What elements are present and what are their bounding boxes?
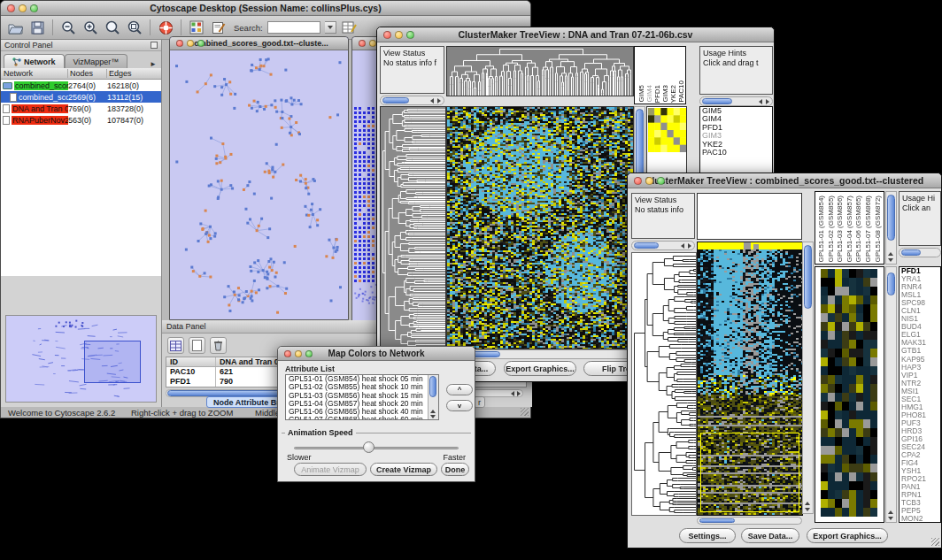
tv2-titlebar[interactable]: ClusterMaker TreeView : combined_scores_… [628,173,941,188]
attribute-item[interactable]: GPL51-07 (GSM868) heat shock 60 min [286,416,438,420]
resize-grip[interactable] [521,408,529,416]
close-button[interactable] [383,31,391,39]
column-network[interactable]: Network [1,69,68,78]
main-titlebar[interactable]: Cytoscape Desktop (Session Name: collins… [1,1,530,16]
tv2-status-scrollbar[interactable] [631,241,695,250]
zoom-button[interactable] [657,177,665,185]
scroll-down-icon[interactable] [430,415,436,418]
zoom-button[interactable] [406,31,414,39]
animate-vizmap-button[interactable]: Animate Vizmap [294,463,367,476]
tv1-usage-scrollbar[interactable] [699,96,773,106]
gene-label[interactable]: MON2 [900,515,940,523]
tv2-selected-heatmap[interactable] [815,267,884,522]
tv1-status-scrollbar[interactable] [380,96,444,105]
scroll-down-icon[interactable] [888,517,893,520]
attribute-browser-icon[interactable] [341,19,359,36]
close-button[interactable] [284,350,291,357]
network-row[interactable]: combined_scores 2764(0) 16218(0) [1,80,161,91]
net1-titlebar[interactable]: combined_scores_good.txt--cluste... [170,37,348,50]
save-data-button[interactable]: Save Data... [741,528,799,543]
export-graphics-button[interactable]: Export Graphics... [807,528,888,543]
minimize-button[interactable] [295,350,302,357]
scroll-up-icon[interactable] [430,410,436,413]
animation-speed-slider-track[interactable] [294,447,459,449]
minimize-button[interactable] [187,40,194,47]
move-down-button[interactable]: v [446,400,473,411]
dialog-titlebar[interactable]: Map Colors to Network [278,347,475,361]
column-nodes[interactable]: Nodes [68,69,107,78]
create-vizmap-button[interactable]: Create Vizmap [370,463,437,476]
zoom-selected-icon[interactable] [126,19,143,36]
scroll-left-icon[interactable] [511,391,514,396]
help-icon[interactable] [157,19,174,36]
scrollbar-thumb[interactable] [804,245,812,309]
zoom-in-icon[interactable] [81,19,99,36]
network-canvas-1[interactable] [170,50,348,319]
listbox-vscrollbar[interactable] [428,375,438,419]
zoom-fit-icon[interactable] [104,19,121,36]
scroll-down-icon[interactable] [805,508,810,511]
scrollbar-thumb[interactable] [901,249,921,256]
scroll-left-icon[interactable] [430,98,434,104]
tv2-usage-scrollbar[interactable] [899,248,941,257]
delete-attribute-icon[interactable] [210,337,227,354]
select-attributes-icon[interactable] [167,337,184,354]
scrollbar-thumb[interactable] [382,97,409,104]
scroll-up-icon[interactable] [888,510,893,514]
close-button[interactable] [176,40,183,47]
id-column-header[interactable]: ID [166,357,216,366]
vizmap-icon[interactable] [188,19,205,36]
scroll-right-icon[interactable] [437,98,441,104]
tv2-heatmap[interactable] [697,242,803,516]
tv2-labels-vscrollbar[interactable] [885,191,897,265]
column-edges[interactable]: Edges [107,69,161,78]
zoom-button[interactable] [197,40,205,47]
scroll-right-icon[interactable] [766,99,769,104]
scroll-right-icon[interactable] [517,391,521,396]
new-attribute-icon[interactable] [189,337,205,354]
tv2-heatmap-vscrollbar[interactable] [802,242,814,514]
move-up-button[interactable]: ^ [446,384,473,395]
tv2-selected-vscrollbar[interactable] [885,266,897,523]
network-row-selected[interactable]: combined_sco 2569(6) 13112(15) [1,91,161,103]
tv2-row-dendrogram[interactable] [631,252,697,516]
gene-label[interactable]: PAC10 [700,149,772,157]
tv1-selected-heatmap[interactable] [648,108,686,152]
attribute-listbox[interactable]: GPL51-01 (GSM854) heat shock 05 minGPL51… [285,374,439,420]
tab-network[interactable]: Network [4,54,65,68]
tv1-row-dendrogram[interactable] [380,106,446,349]
more-tabs-icon[interactable]: ► [150,60,158,68]
scrollbar-thumb[interactable] [887,195,895,241]
network-row[interactable]: DNA and Tran 07 769(0) 183728(0) [1,103,161,114]
tv1-column-dendrogram[interactable] [446,46,634,96]
settings-button[interactable]: Settings... [679,528,736,543]
open-session-icon[interactable] [6,19,24,36]
close-button[interactable] [634,177,642,185]
scrollbar-thumb[interactable] [887,272,895,295]
minimize-button[interactable] [19,4,27,12]
scrollbar-thumb[interactable] [634,242,659,249]
scroll-down-icon[interactable] [888,258,893,262]
zoom-button[interactable] [305,350,313,357]
annotation-icon[interactable] [210,19,228,36]
done-button[interactable]: Done [441,463,469,476]
scrollbar-thumb[interactable] [699,518,735,523]
tab-vizmapper[interactable]: VizMapper™ [65,54,128,68]
export-graphics-button[interactable]: Export Graphics... [504,361,576,376]
scroll-up-icon[interactable] [888,252,893,256]
scroll-up-icon[interactable] [805,502,810,505]
zoom-out-icon[interactable] [59,19,77,36]
animation-speed-slider-thumb[interactable] [363,441,374,453]
scrollbar-thumb[interactable] [429,376,436,397]
scrollbar-thumb[interactable] [702,98,732,104]
resize-grip[interactable] [931,538,939,546]
tv2-heatmap-hscrollbar[interactable] [697,517,802,525]
tv1-heatmap[interactable] [446,106,634,349]
minimize-button[interactable] [369,40,376,47]
search-dropdown[interactable] [325,21,336,34]
scroll-left-icon[interactable] [681,243,684,249]
search-input[interactable] [267,21,320,34]
save-session-icon[interactable] [28,19,46,36]
zoom-button[interactable] [30,4,38,12]
scroll-left-icon[interactable] [759,99,762,104]
